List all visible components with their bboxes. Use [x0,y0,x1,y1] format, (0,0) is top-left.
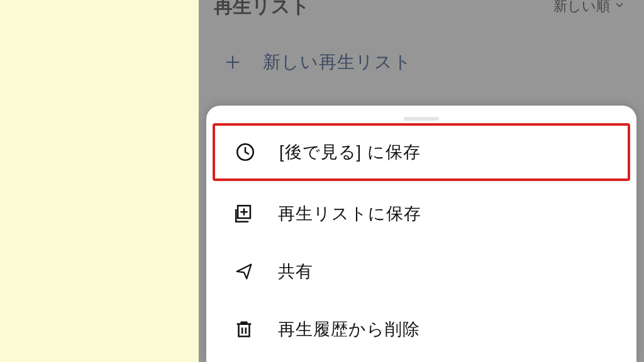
menu-label: [後で見る] に保存 [279,141,421,163]
menu-item-save-playlist[interactable]: 再生リストに保存 [211,185,631,243]
share-icon [233,260,255,283]
menu-item-watch-later[interactable]: [後で見る] に保存 [213,123,630,181]
menu-label: 共有 [278,260,313,283]
bottom-sheet: [後で見る] に保存 再生リストに保存 共有 再生履歴から削除 [206,106,636,362]
phone-viewport: 再生リスト 新しい順 新しい再生リスト [後で見る] に保存 再生リストに保存 [199,0,644,362]
clock-icon [234,141,257,163]
trash-icon [233,318,255,341]
playlist-add-icon [233,202,255,225]
menu-label: 再生履歴から削除 [278,318,420,341]
drag-handle[interactable] [404,117,439,121]
menu-item-share[interactable]: 共有 [211,243,631,300]
menu-label: 再生リストに保存 [278,202,421,225]
menu-item-remove-history[interactable]: 再生履歴から削除 [211,300,631,358]
